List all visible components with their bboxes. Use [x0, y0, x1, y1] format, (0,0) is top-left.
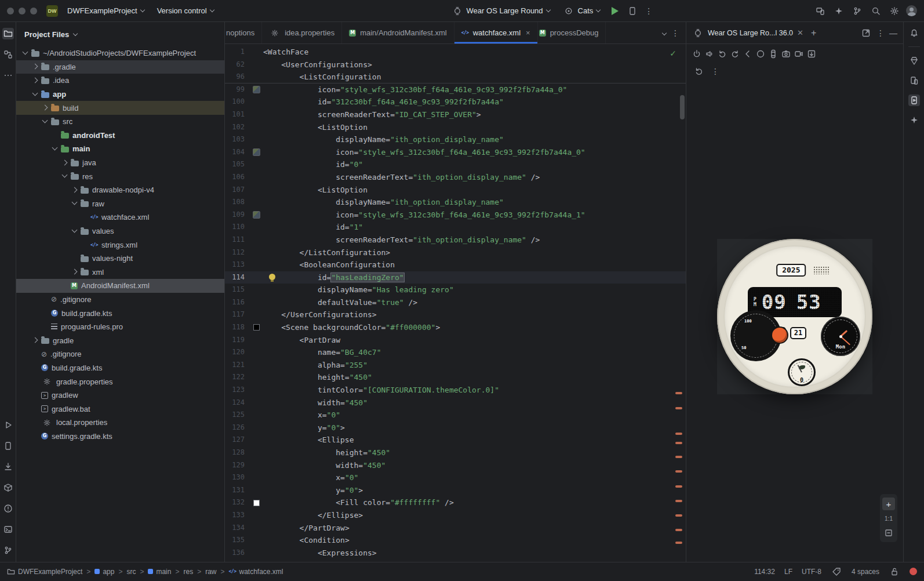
code-text[interactable]: </Ellipse>: [263, 509, 686, 522]
gutter[interactable]: [249, 146, 263, 159]
tree-chevron-icon[interactable]: [32, 78, 38, 83]
code-line[interactable]: 136<Expressions>: [225, 547, 686, 560]
code-line[interactable]: 96<ListConfiguration: [225, 71, 686, 83]
tree-item[interactable]: src: [16, 115, 224, 129]
tree-item[interactable]: ⊘.gitignore: [16, 293, 224, 307]
color-swatch[interactable]: [253, 500, 260, 506]
zoom-window-button[interactable]: [30, 8, 37, 14]
tree-item[interactable]: proguard-rules.pro: [16, 320, 224, 334]
tree-chevron-icon[interactable]: [42, 119, 48, 125]
breadcrumb-item[interactable]: main: [148, 568, 171, 576]
tree-item[interactable]: values: [16, 224, 224, 238]
code-text[interactable]: displayName="ith_option_display_name": [263, 133, 686, 146]
structure-icon[interactable]: [2, 49, 14, 60]
code-line[interactable]: 135<Condition>: [225, 534, 686, 547]
gutter[interactable]: [249, 484, 263, 497]
code-text[interactable]: <ListOption: [263, 184, 686, 197]
tree-chevron-icon[interactable]: [71, 201, 77, 206]
zoom-level[interactable]: 1:1: [885, 515, 893, 522]
gutter[interactable]: [249, 46, 263, 59]
code-text[interactable]: <Condition>: [263, 534, 686, 547]
run-configuration-selector[interactable]: Cats: [559, 3, 604, 19]
tree-item[interactable]: MAndroidManifest.xml: [16, 279, 224, 293]
code-text[interactable]: screenReaderText="ith_option_display_nam…: [263, 171, 686, 184]
code-line[interactable]: 129width="450": [225, 459, 686, 472]
rotate-left-icon[interactable]: [716, 48, 728, 60]
code-text[interactable]: width="450": [263, 459, 686, 472]
more-actions-icon[interactable]: ⋮: [644, 6, 653, 16]
intention-bulb-icon[interactable]: [269, 274, 275, 280]
tree-item[interactable]: res: [16, 169, 224, 183]
gutter[interactable]: [249, 121, 263, 134]
build-icon[interactable]: [908, 55, 920, 67]
tab-list-chevron-icon[interactable]: [662, 30, 667, 35]
notifications-icon[interactable]: [908, 27, 920, 38]
code-text[interactable]: y="0">: [263, 484, 686, 497]
run-icon[interactable]: [2, 419, 14, 431]
code-text[interactable]: icon="style_wfs_312c30bf_f64a_461e_9c93_…: [263, 83, 686, 96]
code-line[interactable]: 122height="450": [225, 371, 686, 384]
tree-item[interactable]: app: [16, 88, 224, 101]
error-notification-dot[interactable]: [910, 568, 917, 575]
breadcrumb-item[interactable]: </>watchface.xml: [229, 568, 283, 576]
tree-chevron-icon[interactable]: [71, 187, 77, 193]
tag-icon[interactable]: [831, 566, 842, 578]
breadcrumb-item[interactable]: raw: [205, 568, 216, 576]
power-icon[interactable]: [691, 48, 703, 60]
code-editor[interactable]: ✓ 1<WatchFace62<UserConfigurations>96<Li…: [225, 44, 686, 562]
download-icon[interactable]: [2, 461, 14, 473]
gutter[interactable]: [249, 171, 263, 184]
gutter[interactable]: [249, 321, 263, 334]
editor-tab[interactable]: </>watchface.xml×: [454, 22, 538, 43]
project-panel-header[interactable]: Project Files: [16, 22, 224, 46]
tree-item[interactable]: build: [16, 101, 224, 115]
tab-options-icon[interactable]: ⋮: [671, 28, 680, 38]
code-line[interactable]: 100id="312c30bf_f64a_461e_9c93_992f2fb7a…: [225, 96, 686, 108]
tree-item[interactable]: </>strings.xml: [16, 238, 224, 252]
code-text[interactable]: x="0": [263, 409, 686, 422]
code-line[interactable]: 125x="0": [225, 409, 686, 422]
tree-chevron-icon[interactable]: [22, 50, 28, 56]
unlock-icon[interactable]: [889, 566, 900, 578]
problems-icon[interactable]: [2, 503, 14, 514]
editor-tab[interactable]: MprocessDebug: [538, 22, 606, 43]
resource-preview-icon[interactable]: [253, 211, 260, 219]
tree-item[interactable]: Gsettings.gradle.kts: [16, 430, 224, 444]
open-in-window-icon[interactable]: [860, 27, 872, 39]
code-line[interactable]: 132<Fill color="#ffffffff" />: [225, 496, 686, 509]
gutter[interactable]: [249, 422, 263, 434]
run-button[interactable]: [612, 7, 619, 15]
device-more-icon[interactable]: ⋮: [711, 67, 720, 76]
merge-icon[interactable]: [852, 5, 863, 17]
code-text[interactable]: defaultValue="true" />: [263, 296, 686, 309]
caret-position[interactable]: 114:32: [754, 568, 775, 576]
gutter[interactable]: [249, 133, 263, 146]
code-text[interactable]: height="450": [263, 446, 686, 459]
editor-tab[interactable]: noptions: [225, 22, 262, 43]
code-line[interactable]: 112</ListConfiguration>: [225, 246, 686, 259]
tree-chevron-icon[interactable]: [32, 337, 38, 343]
gutter[interactable]: [249, 59, 263, 71]
tree-item[interactable]: Gbuild.gradle.kts: [16, 306, 224, 320]
gutter[interactable]: [249, 409, 263, 422]
tree-chevron-icon[interactable]: [71, 269, 77, 275]
code-text[interactable]: <ListOption: [263, 121, 686, 134]
code-line[interactable]: 104icon="style_wfs_312c30bf_f64a_461e_9c…: [225, 146, 686, 159]
code-text[interactable]: x="0": [263, 471, 686, 484]
code-text[interactable]: <Ellipse: [263, 434, 686, 446]
tree-chevron-icon[interactable]: [42, 105, 48, 111]
code-text[interactable]: <UserConfigurations>: [263, 59, 686, 71]
apply-changes-icon[interactable]: [627, 5, 638, 17]
package-icon[interactable]: [2, 482, 14, 493]
resource-preview-icon[interactable]: [253, 148, 260, 156]
code-text[interactable]: </ListConfiguration>: [263, 246, 686, 259]
home-icon[interactable]: [755, 48, 766, 60]
tree-item[interactable]: values-night: [16, 252, 224, 266]
gutter[interactable]: [249, 471, 263, 484]
tree-item[interactable]: ⊘.gitignore: [16, 347, 224, 361]
reset-icon[interactable]: [693, 66, 705, 77]
code-text[interactable]: </UserConfigurations>: [263, 308, 686, 321]
record-icon[interactable]: [793, 48, 805, 60]
breadcrumb-item[interactable]: DWFExampleProject: [7, 568, 82, 576]
code-line[interactable]: 99icon="style_wfs_312c30bf_f64a_461e_9c9…: [225, 83, 686, 96]
